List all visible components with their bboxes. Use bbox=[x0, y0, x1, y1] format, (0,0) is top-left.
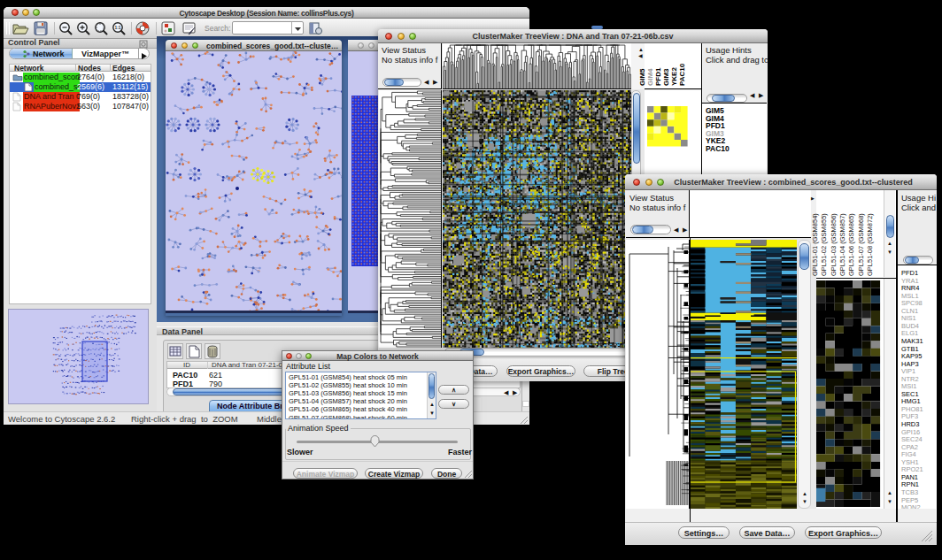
svg-text:1:1: 1:1 bbox=[114, 25, 120, 30]
